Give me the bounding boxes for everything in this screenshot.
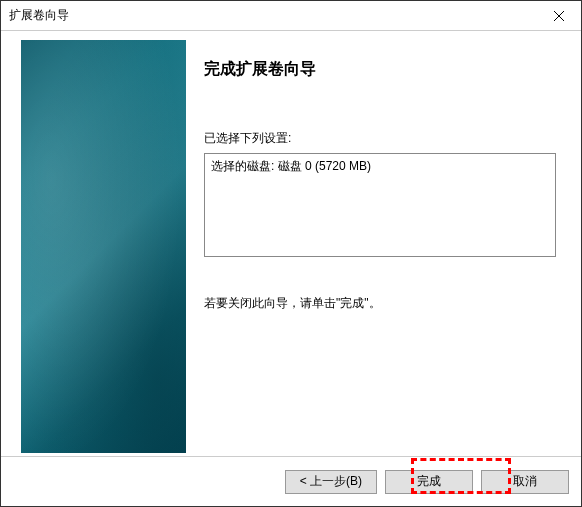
finish-button[interactable]: 完成 bbox=[385, 470, 473, 494]
cancel-button[interactable]: 取消 bbox=[481, 470, 569, 494]
settings-label: 已选择下列设置: bbox=[204, 130, 556, 147]
close-button[interactable] bbox=[536, 1, 581, 30]
button-bar: < 上一步(B) 完成 取消 bbox=[1, 456, 581, 506]
content-area: 完成扩展卷向导 已选择下列设置: 选择的磁盘: 磁盘 0 (5720 MB) 若… bbox=[1, 31, 581, 456]
wizard-sidebar-image bbox=[21, 40, 186, 453]
instruction-text: 若要关闭此向导，请单击"完成"。 bbox=[204, 295, 556, 312]
titlebar: 扩展卷向导 bbox=[1, 1, 581, 31]
settings-box: 选择的磁盘: 磁盘 0 (5720 MB) bbox=[204, 153, 556, 257]
page-title: 完成扩展卷向导 bbox=[204, 59, 556, 80]
wizard-window: 扩展卷向导 完成扩展卷向导 已选择下列设置: 选择的磁盘: 磁盘 0 (5720… bbox=[0, 0, 582, 507]
settings-content: 选择的磁盘: 磁盘 0 (5720 MB) bbox=[211, 158, 549, 175]
main-panel: 完成扩展卷向导 已选择下列设置: 选择的磁盘: 磁盘 0 (5720 MB) 若… bbox=[186, 31, 581, 456]
close-icon bbox=[554, 11, 564, 21]
window-title: 扩展卷向导 bbox=[9, 7, 69, 24]
back-button[interactable]: < 上一步(B) bbox=[285, 470, 377, 494]
